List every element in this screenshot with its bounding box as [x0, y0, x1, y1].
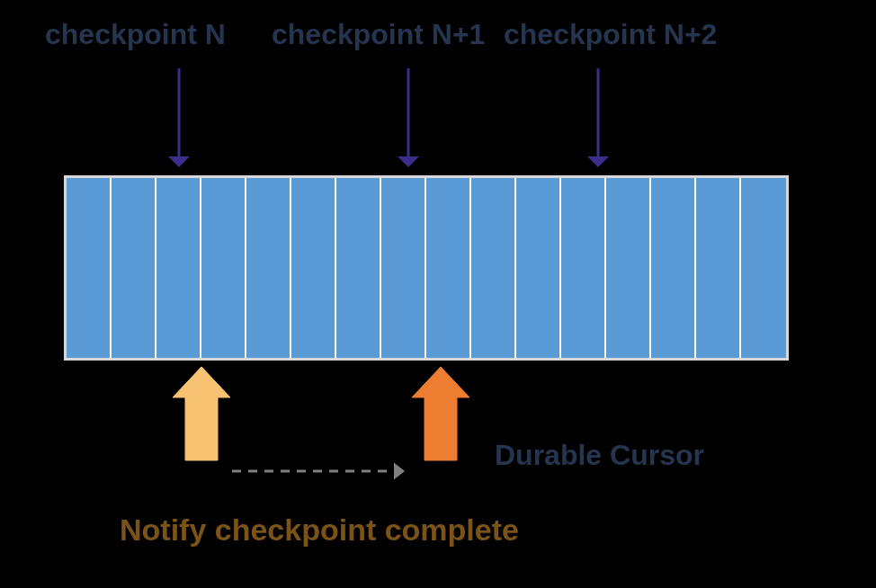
svg-marker-6 [173, 367, 230, 460]
checkpoint-arrow-2 [587, 68, 609, 167]
svg-marker-7 [412, 367, 469, 460]
checkpoint-arrow-0 [168, 68, 190, 167]
checkpoint-label-0: checkpoint N [45, 18, 226, 51]
segment [651, 178, 696, 358]
segment [471, 178, 516, 358]
segment [112, 178, 156, 358]
svg-marker-3 [398, 156, 419, 167]
segment [381, 178, 426, 358]
segment [426, 178, 471, 358]
segment [156, 178, 201, 358]
svg-marker-9 [394, 462, 405, 479]
checkpoint-label-1: checkpoint N+1 [272, 18, 485, 51]
segment [561, 178, 606, 358]
durable-cursor-label: Durable Cursor [495, 439, 704, 472]
segment [67, 178, 112, 358]
svg-marker-1 [168, 156, 190, 167]
segment [246, 178, 291, 358]
segment [336, 178, 381, 358]
segment [741, 178, 786, 358]
segment [696, 178, 741, 358]
segment [201, 178, 246, 358]
checkpoint-arrow-1 [398, 68, 419, 167]
segment [606, 178, 651, 358]
checkpoint-label-2: checkpoint N+2 [504, 18, 717, 51]
svg-marker-5 [587, 156, 609, 167]
notify-complete-label: Notify checkpoint complete [120, 512, 519, 548]
segment [291, 178, 336, 358]
segment [516, 178, 561, 358]
segment-bar [64, 175, 789, 361]
